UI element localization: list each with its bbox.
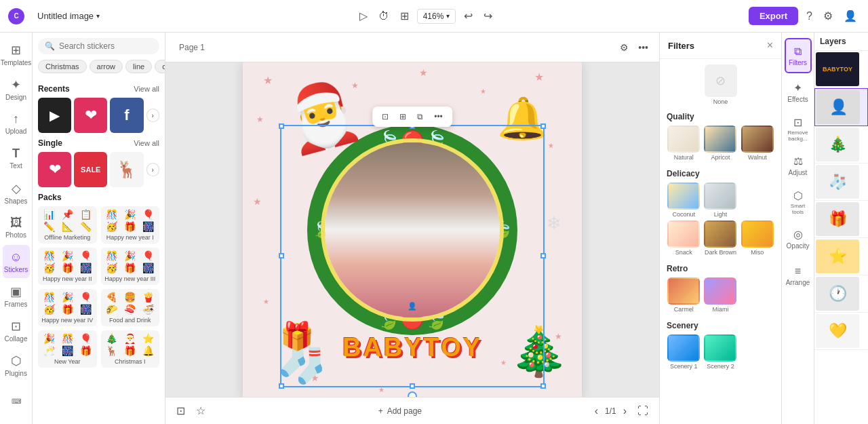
layer-item-selected[interactable]: 👤	[814, 88, 868, 126]
tag-line[interactable]: line	[125, 60, 152, 73]
recents-view-all[interactable]: View all	[134, 85, 159, 93]
star-12: ★	[500, 359, 507, 366]
right-tool-adjust[interactable]: ⚖ Adjust	[785, 148, 812, 183]
more-btn[interactable]: •••	[430, 109, 447, 124]
tag-arrow[interactable]: arrow	[90, 60, 123, 73]
layer-item-8[interactable]: 💛	[814, 313, 868, 350]
babytoy-text[interactable]: BABYTOY	[342, 333, 482, 362]
canvas-frame[interactable]: ★ ★ ★ ★ ★ ★ ★ ★ ★ ★ ★ ★ ★ ★ 🎅	[243, 62, 582, 397]
tree-sticker[interactable]: 🎄	[509, 324, 568, 379]
sidebar-item-stickers[interactable]: ☺ Stickers	[3, 245, 30, 278]
pack-happy-new-year-4[interactable]: 🎊 🎉 🎈 🥳 🎁 🎆 Happy new year IV	[38, 289, 97, 326]
filter-coconut[interactable]: Coconut	[667, 182, 701, 218]
right-tool-effects[interactable]: ✦ Effects	[785, 75, 812, 110]
filter-carmel[interactable]: Carmel	[667, 277, 701, 313]
filter-snack[interactable]: Snack	[667, 220, 701, 256]
sidebar-item-templates[interactable]: ⊞ Templates	[3, 38, 30, 71]
search-wrap[interactable]: 🔍	[38, 38, 159, 54]
sidebar-item-photos[interactable]: 🖼 Photos	[3, 211, 30, 244]
pack-new-year[interactable]: 🎉 🎊 🎈 🥂 🎆 🎁 New Year	[38, 330, 97, 368]
zoom-control[interactable]: 416% ▾	[417, 9, 456, 24]
filter-light[interactable]: Light	[703, 182, 737, 218]
filter-scenery2[interactable]: Scenery 2	[703, 334, 737, 370]
sidebar-item-collage[interactable]: ⊡ Collage	[3, 314, 30, 347]
recent-sticker-3[interactable]: f	[110, 98, 143, 133]
layer-item-6[interactable]: ⭐	[814, 238, 868, 275]
rotate-handle[interactable]	[408, 391, 417, 398]
sidebar-item-text[interactable]: T Text	[3, 142, 30, 175]
pack-sticker: 🎊	[104, 209, 121, 220]
search-input[interactable]	[59, 41, 153, 51]
single-sticker-2[interactable]: SALE	[74, 152, 107, 187]
copy-btn[interactable]: ⧉	[413, 109, 427, 124]
layer-item-4[interactable]: 🧦	[814, 163, 868, 201]
grid-btn[interactable]: ⊞	[395, 109, 410, 124]
filter-darkbrown[interactable]: Dark Brown	[703, 220, 737, 256]
filter-scenery1[interactable]: Scenery 1	[667, 334, 701, 370]
filter-none-thumb[interactable]: ⊘	[705, 64, 737, 97]
right-tool-filters[interactable]: ⧉ Filters	[785, 38, 812, 73]
crop-btn[interactable]: ⊡	[378, 109, 393, 124]
single-sticker-1[interactable]: ❤	[38, 152, 71, 187]
filters-close-btn[interactable]: ×	[767, 39, 773, 52]
filter-miso[interactable]: Miso	[741, 220, 774, 256]
pack-happy-new-year-3[interactable]: 🎊 🎉 🎈 🥳 🎁 🎆 Happy new year III	[101, 248, 160, 285]
tag-christmas[interactable]: Christmas	[38, 60, 87, 73]
bottom-bar: ⊡ ☆ + Add page ‹ 1/1 › ⛶	[165, 397, 659, 424]
prev-page-btn[interactable]: ‹	[592, 402, 601, 420]
layer-item-7[interactable]: 🕐	[814, 275, 868, 313]
add-page-btn[interactable]: + Add page	[372, 404, 429, 419]
undo-btn[interactable]: ↩	[461, 7, 475, 25]
pack-food-drink[interactable]: 🍕 🍔 🍟 🌮 🍣 🍜 Food and Drink	[101, 289, 160, 326]
tag-circle[interactable]: cir...	[155, 60, 165, 73]
next-page-btn[interactable]: ›	[620, 402, 629, 420]
filter-apricot[interactable]: Apricot	[703, 126, 737, 161]
recent-sticker-2[interactable]: ❤	[74, 98, 107, 133]
sidebar-item-upload[interactable]: ↑ Upload	[3, 107, 30, 140]
pack-happy-new-year-1[interactable]: 🎊 🎉 🎈 🥳 🎁 🎆 Happy new year I	[101, 206, 160, 244]
right-tool-opacity[interactable]: ◎ Opacity	[785, 221, 812, 256]
pack-offline-marketing[interactable]: 📊 📌 📋 ✏️ 📐 📏 Offline Marketing	[38, 206, 97, 244]
fullscreen-btn[interactable]: ⛶	[635, 402, 651, 420]
layer-item-text[interactable]: BABYTOY	[814, 51, 868, 88]
layer-item-3[interactable]: 🎄	[814, 126, 868, 163]
filter-natural[interactable]: Natural	[667, 126, 701, 161]
recents-next-arrow[interactable]: ›	[146, 109, 159, 122]
settings-icon[interactable]: ⚙	[821, 7, 835, 25]
sidebar-item-frames[interactable]: ▣ Frames	[3, 280, 30, 313]
thumbnail-btn[interactable]: ⊡	[174, 402, 188, 420]
sidebar-item-design[interactable]: ✦ Design	[3, 73, 30, 106]
snowflake-sticker[interactable]: ❄	[547, 213, 561, 234]
sidebar-item-plugins[interactable]: ⬡ Plugins	[3, 349, 30, 382]
canvas-wrap[interactable]: ★ ★ ★ ★ ★ ★ ★ ★ ★ ★ ★ ★ ★ ★ 🎅	[165, 62, 659, 397]
export-button[interactable]: Export	[749, 7, 798, 25]
share-icon[interactable]: 👤	[841, 7, 860, 25]
layout-tool[interactable]: ⊞	[397, 7, 412, 25]
single-view-all[interactable]: View all	[134, 139, 159, 147]
pack-happy-new-year-2[interactable]: 🎊 🎉 🎈 🥳 🎁 🎆 Happy new year II	[38, 248, 97, 285]
layer-thumb-8: 💛	[816, 314, 859, 348]
right-tool-arrange[interactable]: ≡ Arrange	[785, 258, 812, 293]
help-icon[interactable]: ?	[804, 7, 815, 25]
single-next-arrow[interactable]: ›	[146, 163, 159, 176]
sidebar-item-shapes[interactable]: ◇ Shapes	[3, 176, 30, 210]
filter-walnut[interactable]: Walnut	[741, 126, 774, 161]
canvas-more-icon[interactable]: •••	[635, 39, 651, 56]
right-tool-smart[interactable]: ⬡ Smart tools	[785, 185, 812, 220]
gift-sticker[interactable]: 🎁	[280, 320, 314, 352]
layer-item-5[interactable]: 🎁	[814, 201, 868, 238]
right-tool-remove-bg[interactable]: ⊡ Remove backg...	[785, 111, 812, 147]
bells-sticker[interactable]: 🔔	[497, 94, 548, 142]
favorite-btn[interactable]: ☆	[193, 402, 208, 420]
redo-btn[interactable]: ↪	[481, 7, 495, 25]
pack-christmas-1[interactable]: 🎄 🎅 ⭐ 🦌 🎁 🔔 Christmas I	[101, 330, 160, 368]
filter-miami[interactable]: Miami	[703, 277, 737, 313]
recent-sticker-1[interactable]: ▶	[38, 98, 71, 133]
select-tool[interactable]: ▷	[357, 7, 370, 25]
pack-sticker: 🍣	[121, 304, 138, 315]
canvas-settings-icon[interactable]: ⚙	[617, 39, 631, 56]
file-title[interactable]: Untitled image ▾	[31, 7, 106, 24]
keyboard-icon-item[interactable]: ⌨	[3, 383, 30, 419]
timer-tool[interactable]: ⏱	[376, 7, 392, 25]
single-sticker-3[interactable]: 🦌	[110, 152, 143, 187]
